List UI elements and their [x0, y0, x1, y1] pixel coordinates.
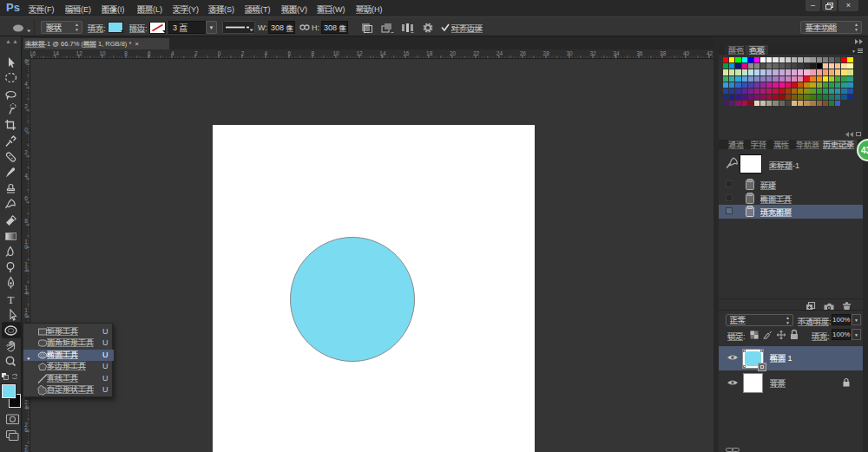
svg-text:T: T — [8, 292, 15, 305]
